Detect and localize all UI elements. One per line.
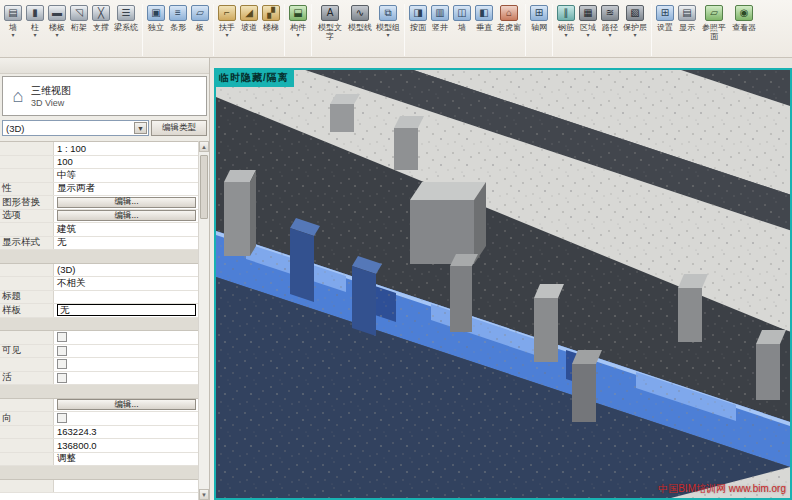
property-value[interactable]: 100 <box>54 156 199 169</box>
edit-button[interactable]: 编辑... <box>57 399 196 410</box>
chevron-down-icon: ▾ <box>386 32 389 38</box>
property-label <box>0 142 54 155</box>
property-value[interactable]: 无 <box>54 237 199 250</box>
set-workplane-button[interactable]: ⊞设置 <box>654 3 676 34</box>
type-selector[interactable]: ⌂ 三维视图 3D View <box>2 76 207 116</box>
ribbon-separator <box>552 4 553 56</box>
property-value[interactable]: 建筑 <box>54 223 199 236</box>
property-value[interactable]: 163224.3 <box>54 426 199 439</box>
temporary-hide-isolate-badge[interactable]: 临时隐藏/隔离 <box>216 70 294 87</box>
property-row: 中等 <box>0 169 199 183</box>
chevron-down-icon: ▾ <box>608 32 611 38</box>
model-text-button[interactable]: A模型文字 <box>314 3 346 43</box>
model-text-icon: A <box>321 5 339 21</box>
checkbox[interactable] <box>57 359 67 369</box>
property-row: 选项编辑... <box>0 210 199 224</box>
ramp-button[interactable]: ◢坡道 <box>238 3 260 34</box>
property-row: (3D) <box>0 264 199 278</box>
area-rebar-button[interactable]: ▦区域▾ <box>577 3 599 40</box>
checkbox[interactable] <box>57 346 67 356</box>
property-label <box>0 480 54 493</box>
edit-type-button[interactable]: 编辑类型 <box>151 120 207 136</box>
property-section-header[interactable] <box>0 385 199 399</box>
property-section-header[interactable] <box>0 318 199 332</box>
property-value[interactable]: 1 : 100 <box>54 142 199 155</box>
model-line-button[interactable]: ∿模型线 <box>346 3 374 34</box>
isolated-foundation-button[interactable]: ▣独立 <box>145 3 167 34</box>
grid-button[interactable]: ⊞轴网 <box>528 3 550 34</box>
property-label <box>0 277 54 290</box>
property-value[interactable]: (3D) <box>54 264 199 277</box>
component-icon: ⬓ <box>289 5 307 21</box>
edit-button[interactable]: 编辑... <box>57 197 196 208</box>
property-value[interactable]: 136800.0 <box>54 439 199 452</box>
truss-button[interactable]: ◹桁架 <box>68 3 90 34</box>
beam-system-button[interactable]: ☰梁系统 <box>112 3 140 34</box>
strip-foundation-button[interactable]: ≡条形 <box>167 3 189 34</box>
property-row <box>0 480 199 494</box>
3d-view-icon: ⌂ <box>5 81 31 111</box>
concrete-column[interactable] <box>224 170 256 256</box>
property-label <box>0 439 54 452</box>
model-group-button[interactable]: ⧉模型组▾ <box>374 3 402 40</box>
properties-panel-header <box>0 58 209 74</box>
chevron-down-icon: ▾ <box>55 32 58 38</box>
brace-button[interactable]: ╳支撑 <box>90 3 112 34</box>
scrollbar-thumb[interactable] <box>200 155 208 219</box>
wall-opening-button[interactable]: ◫墙 <box>451 3 473 34</box>
show-workplane-button[interactable]: ▤显示 <box>676 3 698 34</box>
property-label: 标题 <box>0 291 54 304</box>
rebar-button[interactable]: ∥钢筋▾ <box>555 3 577 40</box>
ribbon-separator <box>142 4 143 56</box>
component-button[interactable]: ⬓构件▾ <box>287 3 309 40</box>
property-grid: 1 : 100 100 中等 性显示两者 图形替换编辑... 选项编辑... 建… <box>0 141 199 500</box>
viewer-button[interactable]: ◉查看器 <box>730 3 758 34</box>
checkbox[interactable] <box>57 332 67 342</box>
checkbox[interactable] <box>57 373 67 383</box>
properties-panel: ⌂ 三维视图 3D View (3D) ▼ 编辑类型 1 : 100 100 中… <box>0 58 210 500</box>
view-selector-dropdown[interactable]: (3D) ▼ <box>2 120 149 136</box>
shaft-button[interactable]: ▥竖井 <box>429 3 451 34</box>
model-group-icon: ⧉ <box>379 5 397 21</box>
floor-button[interactable]: ▬楼板▾ <box>46 3 68 40</box>
property-value[interactable]: 不相关 <box>54 277 199 290</box>
stair-button[interactable]: ▞楼梯 <box>260 3 282 34</box>
property-section-header[interactable] <box>0 250 199 264</box>
property-value[interactable]: 调整 <box>54 453 199 466</box>
wall-button[interactable]: ▤墙▾ <box>2 3 24 40</box>
railing-button[interactable]: ⌐扶手▾ <box>216 3 238 40</box>
properties-scrollbar[interactable]: ▲ ▼ <box>198 141 209 500</box>
opening-by-face-button[interactable]: ◨按面 <box>407 3 429 34</box>
dormer-button[interactable]: ⌂老虎窗 <box>495 3 523 34</box>
property-value[interactable]: 中等 <box>54 169 199 182</box>
property-row <box>0 358 199 372</box>
scroll-up-icon[interactable]: ▲ <box>199 141 209 152</box>
3d-viewport[interactable]: 临时隐藏/隔离 <box>214 68 792 500</box>
ref-plane-icon: ▱ <box>705 5 723 21</box>
ribbon-toolbar: ▤墙▾ ▮柱▾ ▬楼板▾ ◹桁架 ╳支撑 ☰梁系统 ▣独立 ≡条形 ▱板 ⌐扶手… <box>0 0 792 58</box>
column-button[interactable]: ▮柱▾ <box>24 3 46 40</box>
dormer-icon: ⌂ <box>500 5 518 21</box>
edit-button[interactable]: 编辑... <box>57 210 196 221</box>
opening-by-face-icon: ◨ <box>409 5 427 21</box>
rebar-cover-button[interactable]: ▧保护层▾ <box>621 3 649 40</box>
property-label: 向 <box>0 412 54 425</box>
beam-block[interactable] <box>410 182 486 264</box>
property-row: 可见 <box>0 345 199 359</box>
property-value[interactable]: 显示两者 <box>54 183 199 196</box>
vertical-opening-button[interactable]: ◧垂直 <box>473 3 495 34</box>
property-row: 标题 <box>0 291 199 305</box>
checkbox[interactable] <box>57 413 67 423</box>
brace-icon: ╳ <box>92 5 110 21</box>
3d-scene[interactable] <box>216 70 790 498</box>
property-value[interactable] <box>54 291 199 304</box>
stair-icon: ▞ <box>262 5 280 21</box>
path-rebar-button[interactable]: ≋路径▾ <box>599 3 621 40</box>
chevron-down-icon: ▾ <box>564 32 567 38</box>
property-section-header[interactable] <box>0 466 199 480</box>
property-value[interactable] <box>54 480 199 493</box>
foundation-slab-button[interactable]: ▱板 <box>189 3 211 34</box>
ref-plane-button[interactable]: ▱参照平面 <box>698 3 730 43</box>
property-value-selected[interactable]: 无 <box>57 304 196 316</box>
scroll-down-icon[interactable]: ▼ <box>199 489 209 500</box>
